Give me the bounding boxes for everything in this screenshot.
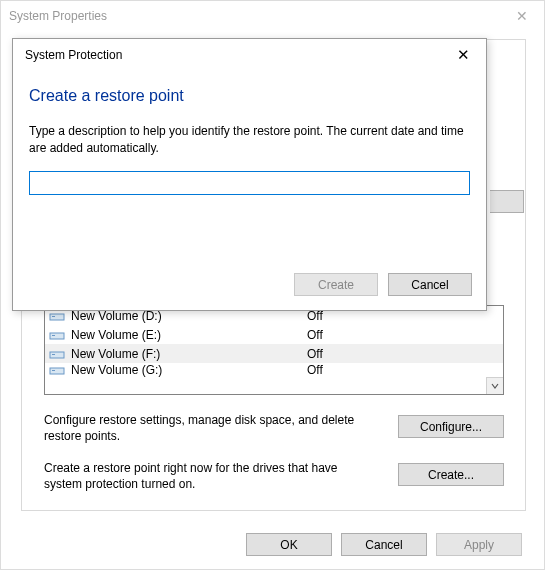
- dialog-body: Create a restore point Type a descriptio…: [13, 71, 486, 195]
- dialog-button-row: Create Cancel: [294, 273, 472, 296]
- drive-status: Off: [307, 328, 323, 342]
- dialog-description: Type a description to help you identify …: [29, 123, 470, 157]
- dialog-cancel-label: Cancel: [411, 278, 448, 292]
- cancel-button[interactable]: Cancel: [341, 533, 427, 556]
- dialog-heading: Create a restore point: [29, 87, 470, 105]
- configure-button-label: Configure...: [420, 420, 482, 434]
- dialog-titlebar: System Protection ✕: [13, 39, 486, 71]
- svg-rect-5: [52, 354, 55, 355]
- drive-status: Off: [307, 347, 323, 361]
- close-icon[interactable]: ✕: [502, 8, 542, 24]
- restore-point-description-input[interactable]: [29, 171, 470, 195]
- svg-rect-1: [52, 316, 55, 317]
- svg-rect-7: [52, 370, 55, 371]
- ok-button-label: OK: [280, 538, 297, 552]
- svg-rect-3: [52, 335, 55, 336]
- table-row[interactable]: New Volume (E:) Off: [45, 325, 503, 344]
- ok-button[interactable]: OK: [246, 533, 332, 556]
- obscured-button-edge: [490, 190, 524, 213]
- parent-titlebar: System Properties ✕: [1, 1, 544, 31]
- close-icon[interactable]: ✕: [450, 46, 476, 64]
- create-button-label: Create...: [428, 468, 474, 482]
- configure-button[interactable]: Configure...: [398, 415, 504, 438]
- dialog-cancel-button[interactable]: Cancel: [388, 273, 472, 296]
- drive-icon: [49, 310, 65, 322]
- drive-icon: [49, 364, 65, 376]
- drive-name: New Volume (E:): [71, 328, 307, 342]
- dialog-create-button[interactable]: Create: [294, 273, 378, 296]
- configure-description: Configure restore settings, manage disk …: [44, 412, 374, 444]
- drive-status: Off: [307, 363, 323, 377]
- apply-button[interactable]: Apply: [436, 533, 522, 556]
- drive-name: New Volume (G:): [71, 363, 307, 377]
- dialog-create-label: Create: [318, 278, 354, 292]
- create-restore-point-dialog: System Protection ✕ Create a restore poi…: [12, 38, 487, 311]
- table-row[interactable]: New Volume (G:) Off: [45, 363, 503, 377]
- drive-icon: [49, 329, 65, 341]
- create-button[interactable]: Create...: [398, 463, 504, 486]
- cancel-button-label: Cancel: [365, 538, 402, 552]
- scroll-down-button[interactable]: [486, 377, 503, 394]
- apply-button-label: Apply: [464, 538, 494, 552]
- create-description: Create a restore point right now for the…: [44, 460, 374, 492]
- drive-table: New Volume (D:) Off New Volume (E:) Off …: [44, 305, 504, 395]
- table-row[interactable]: New Volume (F:) Off: [45, 344, 503, 363]
- parent-window-title: System Properties: [9, 9, 107, 23]
- drive-icon: [49, 348, 65, 360]
- drive-name: New Volume (F:): [71, 347, 307, 361]
- dialog-title: System Protection: [25, 48, 122, 62]
